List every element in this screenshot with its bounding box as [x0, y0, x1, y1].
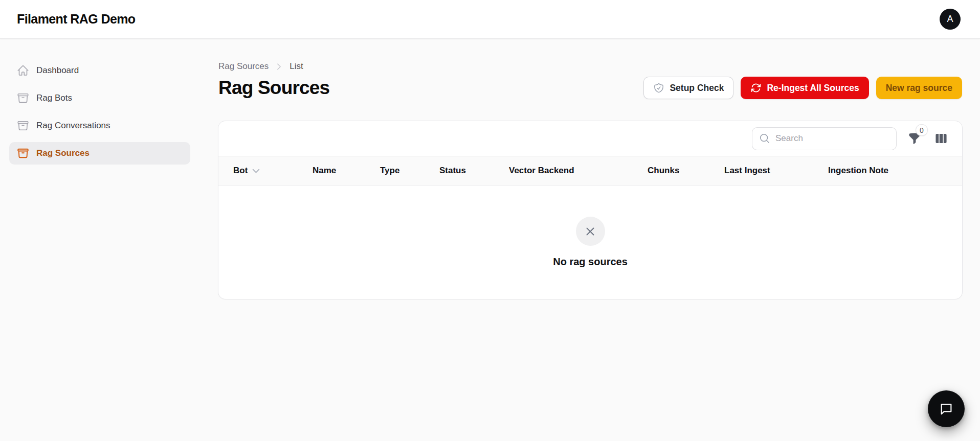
setup-check-label: Setup Check [670, 83, 724, 94]
topbar: Filament RAG Demo A [0, 0, 980, 39]
toggle-columns-button[interactable] [932, 130, 950, 147]
sidebar-item-rag-bots[interactable]: Rag Bots [9, 87, 190, 109]
reingest-all-sources-button[interactable]: Re-Ingest All Sources [741, 77, 868, 99]
table-header-row: Bot Name Type Status Vector Backend Chun… [218, 156, 962, 185]
x-mark-icon [584, 225, 597, 238]
sidebar-item-label: Dashboard [36, 65, 79, 76]
sidebar-item-label: Rag Conversations [36, 121, 110, 131]
table-empty-state: No rag sources [218, 185, 962, 299]
chevron-down-icon [251, 166, 261, 176]
page-actions: Setup Check Re-Ingest All Sources New ra… [643, 77, 962, 99]
filter-count-badge: 0 [916, 124, 928, 136]
search-box [752, 127, 897, 150]
new-rag-source-button[interactable]: New rag source [876, 77, 962, 99]
column-header-vector-backend[interactable]: Vector Backend [509, 156, 574, 185]
archive-box-icon [17, 147, 29, 159]
user-avatar[interactable]: A [940, 9, 961, 30]
filter-button[interactable]: 0 [906, 130, 923, 147]
sidebar-item-label: Rag Sources [36, 148, 90, 158]
archive-box-icon [17, 120, 29, 132]
columns-icon [934, 132, 948, 145]
shield-check-icon [653, 82, 664, 94]
search-input[interactable] [775, 133, 889, 144]
new-rag-source-label: New rag source [886, 83, 952, 94]
sidebar-item-dashboard[interactable]: Dashboard [9, 59, 190, 82]
column-header-name[interactable]: Name [313, 156, 336, 185]
table-toolbar: 0 [218, 121, 962, 156]
breadcrumb-parent-link[interactable]: Rag Sources [218, 61, 269, 72]
reingest-all-sources-label: Re-Ingest All Sources [767, 83, 859, 94]
column-header-status[interactable]: Status [439, 156, 466, 185]
column-header-bot[interactable]: Bot [233, 156, 261, 185]
empty-state-heading: No rag sources [553, 256, 628, 268]
home-icon [17, 64, 29, 77]
column-header-chunks[interactable]: Chunks [648, 156, 679, 185]
column-header-type[interactable]: Type [380, 156, 399, 185]
column-header-ingestion-note[interactable]: Ingestion Note [828, 156, 888, 185]
sidebar: Dashboard Rag Bots Rag Conversations Rag… [0, 39, 199, 441]
empty-state-icon-circle [576, 217, 605, 246]
sidebar-nav: Dashboard Rag Bots Rag Conversations Rag… [9, 59, 190, 165]
chat-bubble-icon [939, 401, 954, 416]
sidebar-item-label: Rag Bots [36, 93, 72, 103]
chevron-right-icon [275, 62, 283, 71]
main-content: Rag Sources List Rag Sources Setup Check [199, 39, 980, 441]
setup-check-button[interactable]: Setup Check [643, 77, 733, 99]
chat-fab-button[interactable] [928, 390, 965, 427]
column-header-last-ingest[interactable]: Last Ingest [724, 156, 770, 185]
archive-box-icon [17, 92, 29, 104]
rag-sources-table-card: 0 Bot Name Type Status [218, 121, 962, 299]
page-title: Rag Sources [218, 77, 329, 99]
search-icon [759, 133, 770, 144]
sidebar-item-rag-conversations[interactable]: Rag Conversations [9, 114, 190, 137]
breadcrumb-current: List [289, 61, 303, 72]
app-brand: Filament RAG Demo [17, 12, 136, 27]
sidebar-item-rag-sources[interactable]: Rag Sources [9, 142, 190, 165]
breadcrumb: Rag Sources List [218, 61, 962, 72]
refresh-icon [750, 82, 762, 94]
